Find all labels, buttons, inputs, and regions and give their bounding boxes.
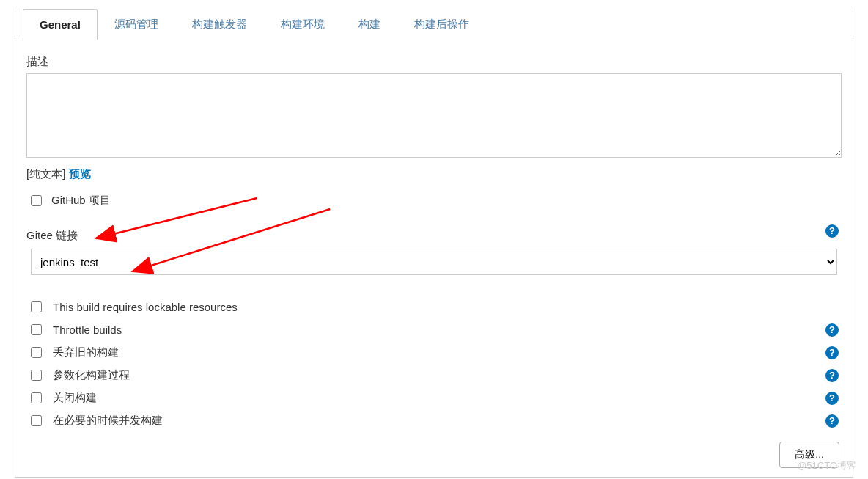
tab-build[interactable]: 构建	[342, 8, 397, 40]
lockable-label[interactable]: This build requires lockable resources	[53, 301, 842, 313]
description-textarea[interactable]	[26, 73, 842, 158]
option-disable-row: 关闭构建 ?	[26, 387, 842, 409]
format-row: [纯文本] 预览	[26, 167, 842, 181]
tab-content-general: 描述 [纯文本] 预览 GitHub 项目 Gitee 链接 ? jenkins…	[15, 40, 853, 436]
help-icon[interactable]: ?	[825, 392, 839, 405]
tab-general[interactable]: General	[23, 9, 98, 40]
concurrent-label[interactable]: 在必要的时候并发构建	[53, 414, 842, 428]
parametrize-checkbox[interactable]	[31, 370, 42, 381]
tab-env[interactable]: 构建环境	[264, 8, 342, 40]
throttle-label[interactable]: Throttle builds	[53, 323, 842, 336]
preview-link[interactable]: 预览	[69, 167, 91, 180]
config-panel: General 源码管理 构建触发器 构建环境 构建 构建后操作 描述 [纯文本…	[15, 7, 853, 478]
disable-checkbox[interactable]	[31, 392, 42, 403]
tab-post[interactable]: 构建后操作	[397, 8, 486, 40]
tab-triggers[interactable]: 构建触发器	[175, 8, 264, 40]
gitee-link-select[interactable]: jenkins_test	[31, 249, 837, 275]
concurrent-checkbox[interactable]	[31, 415, 42, 426]
option-parametrize-row: 参数化构建过程 ?	[26, 364, 842, 387]
lockable-checkbox[interactable]	[31, 301, 42, 312]
github-project-checkbox[interactable]	[31, 195, 42, 206]
help-icon[interactable]: ?	[825, 369, 839, 382]
description-label: 描述	[26, 55, 842, 69]
gitee-link-row: Gitee 链接 ?	[26, 219, 842, 243]
option-lockable-row: This build requires lockable resources	[26, 296, 842, 318]
option-discard-row: 丢弃旧的构建 ?	[26, 341, 842, 364]
advanced-button[interactable]: 高级...	[779, 442, 839, 468]
gitee-select-wrap: jenkins_test	[31, 249, 837, 275]
options-block: This build requires lockable resources T…	[26, 296, 842, 432]
discard-checkbox[interactable]	[31, 347, 42, 358]
help-icon[interactable]: ?	[825, 414, 839, 428]
github-project-row: GitHub 项目	[26, 193, 842, 208]
disable-label[interactable]: 关闭构建	[53, 391, 842, 405]
plaintext-indicator: [纯文本]	[26, 167, 65, 180]
option-concurrent-row: 在必要的时候并发构建 ?	[26, 409, 842, 432]
tab-scm[interactable]: 源码管理	[98, 8, 175, 40]
discard-label[interactable]: 丢弃旧的构建	[53, 345, 842, 359]
parametrize-label[interactable]: 参数化构建过程	[53, 368, 842, 382]
help-icon[interactable]: ?	[825, 323, 839, 337]
github-project-label[interactable]: GitHub 项目	[51, 194, 111, 208]
help-icon[interactable]: ?	[825, 346, 839, 359]
advanced-button-row: 高级...	[15, 436, 853, 469]
throttle-checkbox[interactable]	[31, 324, 42, 335]
option-throttle-row: Throttle builds ?	[26, 318, 842, 341]
config-tabs: General 源码管理 构建触发器 构建环境 构建 构建后操作	[15, 7, 853, 40]
help-icon[interactable]: ?	[825, 224, 839, 238]
gitee-link-label: Gitee 链接	[26, 229, 78, 243]
